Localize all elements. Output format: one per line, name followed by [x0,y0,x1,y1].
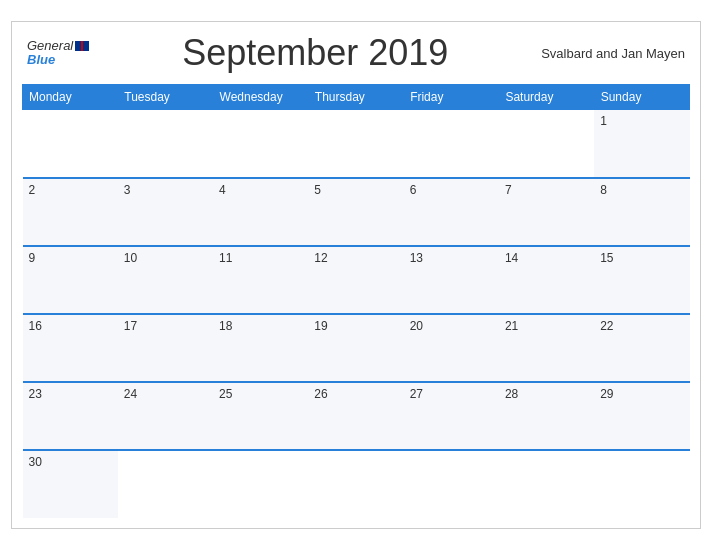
calendar-cell: 12 [308,246,403,314]
day-number: 29 [600,387,613,401]
calendar-cell: 5 [308,178,403,246]
calendar-cell [499,110,594,178]
calendar-cell [308,110,403,178]
calendar-title: September 2019 [182,32,448,74]
calendar-cell: 8 [594,178,689,246]
calendar-cell [118,450,213,518]
calendar-cell: 21 [499,314,594,382]
day-number: 27 [410,387,423,401]
calendar-cell: 14 [499,246,594,314]
calendar-cell: 26 [308,382,403,450]
day-number: 18 [219,319,232,333]
day-number: 19 [314,319,327,333]
calendar-cell: 10 [118,246,213,314]
day-number: 5 [314,183,321,197]
day-number: 20 [410,319,423,333]
calendar-cell [308,450,403,518]
logo-flag-icon [75,41,89,51]
week-row-5: 23242526272829 [23,382,690,450]
calendar-cell [213,450,308,518]
day-number: 25 [219,387,232,401]
day-number: 6 [410,183,417,197]
calendar-cell: 20 [404,314,499,382]
header-thursday: Thursday [308,85,403,110]
day-number: 26 [314,387,327,401]
day-number: 11 [219,251,232,265]
calendar-cell: 4 [213,178,308,246]
calendar-container: General Blue September 2019 Svalbard and… [11,21,701,529]
header-saturday: Saturday [499,85,594,110]
week-row-1: 1 [23,110,690,178]
day-number: 12 [314,251,327,265]
day-number: 10 [124,251,137,265]
calendar-cell: 27 [404,382,499,450]
day-number: 17 [124,319,137,333]
calendar-cell [499,450,594,518]
calendar-cell: 16 [23,314,118,382]
day-number: 21 [505,319,518,333]
day-number: 4 [219,183,226,197]
day-number: 30 [29,455,42,469]
day-number: 3 [124,183,131,197]
header-tuesday: Tuesday [118,85,213,110]
day-number: 16 [29,319,42,333]
day-number: 13 [410,251,423,265]
day-number: 14 [505,251,518,265]
calendar-cell: 11 [213,246,308,314]
calendar-cell [404,110,499,178]
calendar-cell: 17 [118,314,213,382]
calendar-cell: 30 [23,450,118,518]
calendar-cell: 23 [23,382,118,450]
header-sunday: Sunday [594,85,689,110]
calendar-cell: 7 [499,178,594,246]
calendar-cell [404,450,499,518]
week-row-3: 9101112131415 [23,246,690,314]
day-number: 22 [600,319,613,333]
calendar-cell: 3 [118,178,213,246]
calendar-cell: 25 [213,382,308,450]
week-row-6: 30 [23,450,690,518]
day-number: 8 [600,183,607,197]
calendar-cell: 9 [23,246,118,314]
logo-blue-text: Blue [27,53,55,67]
calendar-cell: 1 [594,110,689,178]
day-number: 23 [29,387,42,401]
calendar-cell: 24 [118,382,213,450]
calendar-cell [23,110,118,178]
calendar-header: General Blue September 2019 Svalbard and… [22,32,690,74]
region-label: Svalbard and Jan Mayen [541,46,685,61]
calendar-cell: 6 [404,178,499,246]
calendar-cell [213,110,308,178]
day-number: 15 [600,251,613,265]
calendar-cell: 15 [594,246,689,314]
calendar-cell [594,450,689,518]
calendar-cell: 29 [594,382,689,450]
day-number: 1 [600,114,607,128]
calendar-cell: 28 [499,382,594,450]
calendar-table: Monday Tuesday Wednesday Thursday Friday… [22,84,690,518]
weekday-header-row: Monday Tuesday Wednesday Thursday Friday… [23,85,690,110]
week-row-4: 16171819202122 [23,314,690,382]
day-number: 24 [124,387,137,401]
logo-general-text: General [27,39,73,53]
calendar-cell [118,110,213,178]
calendar-cell: 19 [308,314,403,382]
week-row-2: 2345678 [23,178,690,246]
header-friday: Friday [404,85,499,110]
logo: General Blue [27,39,89,68]
header-monday: Monday [23,85,118,110]
header-wednesday: Wednesday [213,85,308,110]
calendar-cell: 22 [594,314,689,382]
day-number: 28 [505,387,518,401]
day-number: 2 [29,183,36,197]
day-number: 9 [29,251,36,265]
calendar-cell: 13 [404,246,499,314]
calendar-cell: 18 [213,314,308,382]
calendar-cell: 2 [23,178,118,246]
day-number: 7 [505,183,512,197]
